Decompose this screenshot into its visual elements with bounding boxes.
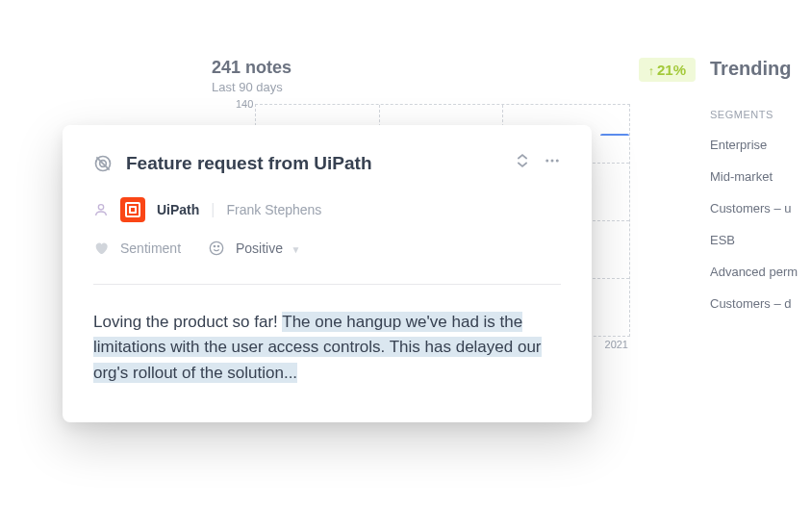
svg-point-3 bbox=[545, 160, 548, 163]
svg-point-4 bbox=[551, 160, 554, 163]
sidebar-sublabel: SEGMENTS bbox=[710, 109, 806, 120]
company-row: UiPath | Frank Stephens bbox=[93, 197, 561, 222]
sentiment-value: Positive bbox=[236, 241, 283, 256]
sentiment-dropdown[interactable]: Positive ▼ bbox=[236, 240, 300, 257]
contact-name[interactable]: Frank Stephens bbox=[227, 202, 322, 217]
card-divider bbox=[93, 284, 561, 285]
stats-header: 241 notes Last 90 days bbox=[212, 58, 291, 94]
sidebar-item-advanced-perm[interactable]: Advanced perm bbox=[710, 265, 806, 279]
sidebar-heading: Trending bbox=[710, 58, 806, 80]
svg-point-9 bbox=[217, 245, 218, 246]
sidebar: Trending SEGMENTS Enterprise Mid-market … bbox=[710, 58, 811, 328]
person-icon bbox=[93, 202, 109, 217]
card-title: Feature request from UiPath bbox=[126, 153, 501, 174]
heart-icon bbox=[93, 241, 109, 256]
svg-point-7 bbox=[210, 241, 222, 254]
sidebar-item-enterprise[interactable]: Enterprise bbox=[710, 138, 806, 152]
sidebar-item-customers-u[interactable]: Customers – u bbox=[710, 201, 806, 215]
company-logo bbox=[120, 197, 145, 222]
trend-badge: 21% bbox=[639, 58, 696, 82]
smiley-icon bbox=[209, 241, 224, 256]
sidebar-item-midmarket[interactable]: Mid-market bbox=[710, 169, 806, 184]
stats-subtitle: Last 90 days bbox=[212, 80, 291, 94]
y-axis-max: 140 bbox=[236, 98, 253, 110]
svg-line-2 bbox=[96, 157, 109, 169]
collapse-icon[interactable] bbox=[515, 153, 530, 173]
sentiment-row: Sentiment Positive ▼ bbox=[93, 240, 561, 257]
x-axis-end: 2021 bbox=[605, 339, 628, 350]
svg-point-5 bbox=[556, 160, 559, 163]
note-card: Feature request from UiPath UiPath | Fra… bbox=[63, 125, 592, 422]
target-icon bbox=[93, 154, 113, 173]
meta-divider: | bbox=[211, 201, 215, 218]
svg-point-8 bbox=[214, 245, 215, 246]
more-icon[interactable] bbox=[544, 152, 561, 174]
chart-line-segment bbox=[600, 134, 629, 143]
note-body-plain: Loving the product so far! bbox=[93, 313, 282, 331]
sidebar-item-esb[interactable]: ESB bbox=[710, 233, 806, 247]
company-name[interactable]: UiPath bbox=[157, 202, 199, 217]
stats-title: 241 notes bbox=[212, 58, 291, 78]
svg-point-6 bbox=[98, 205, 103, 210]
sentiment-label: Sentiment bbox=[120, 241, 197, 256]
chevron-down-icon: ▼ bbox=[291, 244, 300, 255]
card-header: Feature request from UiPath bbox=[93, 152, 561, 174]
sidebar-item-customers-d[interactable]: Customers – d bbox=[710, 296, 806, 311]
note-body: Loving the product so far! The one hangu… bbox=[93, 310, 561, 386]
